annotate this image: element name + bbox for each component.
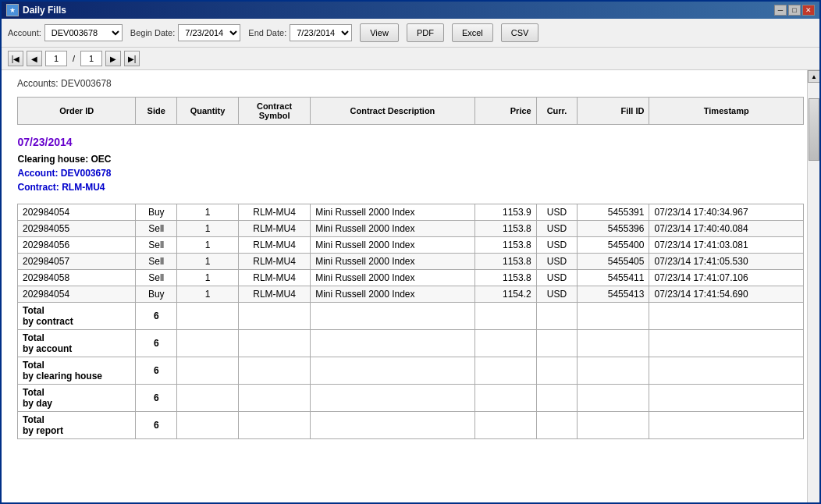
next-page-button[interactable]: ▶ — [105, 51, 121, 66]
navigation-bar: |◀ ◀ 1 / 1 ▶ ▶| — [2, 48, 819, 70]
csv-button[interactable]: CSV — [501, 23, 539, 42]
accounts-header: Accounts: DEV003678 — [17, 78, 804, 89]
contract-link[interactable]: Contract: RLM-MU4 — [18, 182, 804, 193]
scroll-up-button[interactable]: ▲ — [808, 70, 819, 83]
account-select[interactable]: DEV003678 — [44, 24, 123, 41]
end-date-group: End Date: 7/23/2014 — [248, 24, 352, 41]
total-value: 6 — [136, 385, 177, 412]
begin-date-label: Begin Date: — [130, 28, 175, 37]
table-row: 202984054Buy1RLM-MU4Mini Russell 2000 In… — [18, 286, 804, 303]
header-side: Side — [136, 98, 177, 125]
content-inner: Accounts: DEV003678 Order ID Side Quanti… — [2, 70, 819, 447]
begin-date-select[interactable]: 7/23/2014 — [178, 24, 240, 41]
toolbar: Account: DEV003678 Begin Date: 7/23/2014… — [2, 19, 819, 48]
current-page: 1 — [45, 51, 67, 66]
content-area[interactable]: Accounts: DEV003678 Order ID Side Quanti… — [2, 70, 819, 502]
header-quantity: Quantity — [177, 98, 239, 125]
total-row: Totalby clearing house6 — [18, 357, 804, 385]
date-group-row: 07/23/2014 — [18, 125, 804, 154]
clearing-house-row: Clearing house: OEC — [18, 153, 804, 167]
fills-table: Order ID Side Quantity Contract Symbol C… — [17, 97, 804, 439]
begin-date-group: Begin Date: 7/23/2014 — [130, 24, 240, 41]
table-header-row: Order ID Side Quantity Contract Symbol C… — [18, 98, 804, 125]
title-bar-left: ★ Daily Fills — [6, 4, 66, 16]
table-row: 202984058Sell1RLM-MU4Mini Russell 2000 I… — [18, 270, 804, 286]
date-header: 07/23/2014 — [18, 136, 804, 148]
total-row: Totalby account6 — [18, 330, 804, 357]
header-timestamp: Timestamp — [649, 98, 804, 125]
account-group: Account: DEV003678 — [8, 24, 123, 41]
page-separator: / — [73, 54, 75, 63]
end-date-select[interactable]: 7/23/2014 — [290, 24, 352, 41]
header-currency: Curr. — [536, 98, 578, 125]
header-fill-id: Fill ID — [578, 98, 649, 125]
prev-page-button[interactable]: ◀ — [27, 51, 42, 66]
total-pages: 1 — [80, 51, 102, 66]
header-order-id: Order ID — [18, 98, 136, 125]
header-contract-description: Contract Description — [311, 98, 475, 125]
contract-link-row: Contract: RLM-MU4 — [18, 181, 804, 204]
title-controls: ─ □ ✕ — [774, 5, 815, 16]
account-label: Account: — [8, 28, 41, 37]
scrollbar-track[interactable]: ▲ — [807, 70, 819, 502]
total-value: 6 — [136, 303, 177, 330]
header-contract-symbol: Contract Symbol — [239, 98, 311, 125]
total-row: Totalby day6 — [18, 385, 804, 412]
total-label: Totalby clearing house — [18, 357, 136, 385]
total-label: Totalby account — [18, 330, 136, 357]
scrollbar-thumb[interactable] — [809, 98, 819, 161]
table-row: 202984057Sell1RLM-MU4Mini Russell 2000 I… — [18, 254, 804, 270]
clearing-house-label: Clearing house: OEC — [18, 154, 804, 165]
total-value: 6 — [136, 330, 177, 357]
table-row: 202984055Sell1RLM-MU4Mini Russell 2000 I… — [18, 221, 804, 237]
end-date-label: End Date: — [248, 28, 286, 37]
total-label: Totalby day — [18, 385, 136, 412]
total-label: Totalby report — [18, 412, 136, 439]
last-page-button[interactable]: ▶| — [124, 51, 140, 66]
main-window: ★ Daily Fills ─ □ ✕ Account: DEV003678 B… — [0, 0, 821, 504]
table-row: 202984054Buy1RLM-MU4Mini Russell 2000 In… — [18, 204, 804, 221]
close-button[interactable]: ✕ — [802, 5, 815, 16]
first-page-button[interactable]: |◀ — [8, 51, 23, 66]
excel-button[interactable]: Excel — [452, 23, 493, 42]
window-title: Daily Fills — [23, 5, 66, 16]
account-link[interactable]: Account: DEV003678 — [18, 168, 804, 179]
restore-button[interactable]: □ — [788, 5, 801, 16]
account-link-row: Account: DEV003678 — [18, 167, 804, 181]
total-row: Totalby contract6 — [18, 303, 804, 330]
total-row: Totalby report6 — [18, 412, 804, 439]
total-value: 6 — [136, 412, 177, 439]
header-price: Price — [474, 98, 536, 125]
view-button[interactable]: View — [360, 23, 399, 42]
app-icon: ★ — [6, 4, 19, 16]
minimize-button[interactable]: ─ — [774, 5, 787, 16]
table-row: 202984056Sell1RLM-MU4Mini Russell 2000 I… — [18, 237, 804, 254]
pdf-button[interactable]: PDF — [407, 23, 444, 42]
total-value: 6 — [136, 357, 177, 385]
total-label: Totalby contract — [18, 303, 136, 330]
title-bar: ★ Daily Fills ─ □ ✕ — [2, 2, 819, 19]
